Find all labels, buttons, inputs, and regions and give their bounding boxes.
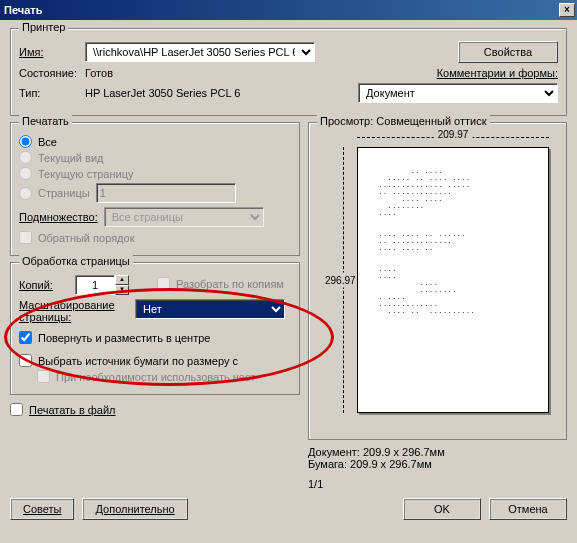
custom-paper-label: При необходимости использовать нест xyxy=(56,371,256,383)
printer-group-label: Принтер xyxy=(19,21,68,33)
type-value: HP LaserJet 3050 Series PCL 6 xyxy=(85,87,240,99)
cancel-button[interactable]: Отмена xyxy=(489,498,567,520)
printer-name-select[interactable]: \\richkova\HP LaserJet 3050 Series PCL 6 xyxy=(85,42,315,62)
range-view-radio xyxy=(19,151,32,164)
preview-paper-size: Бумага: 209.9 x 296.7мм xyxy=(308,458,567,470)
spin-down-icon[interactable]: ▼ xyxy=(115,285,129,295)
range-pages-input xyxy=(96,183,236,203)
page-handling-group: Обработка страницы Копий: ▲▼ Разобрать п… xyxy=(10,262,300,395)
copies-label: Копий: xyxy=(19,279,69,291)
range-page-radio xyxy=(19,167,32,180)
status-label: Состояние: xyxy=(19,67,79,79)
print-to-file-label: Печатать в файл xyxy=(29,404,116,416)
custom-paper-check xyxy=(37,370,50,383)
preview-group: Просмотр: Совмещенный оттиск 209.97 296.… xyxy=(308,122,567,440)
paper-source-check[interactable] xyxy=(19,354,32,367)
preview-width-value: 209.97 xyxy=(434,129,473,140)
comments-label: Комментарии и формы: xyxy=(437,67,558,79)
window-title: Печать xyxy=(4,4,42,16)
preview-width-ruler: 209.97 xyxy=(357,131,549,143)
range-pages-label: Страницы xyxy=(38,187,90,199)
comments-select[interactable]: Документ xyxy=(358,83,558,103)
reverse-check xyxy=(19,231,32,244)
printer-name-label: Имя: xyxy=(19,46,79,58)
collate-label: Разобрать по копиям xyxy=(176,278,284,290)
rotate-label: Повернуть и разместить в центре xyxy=(38,332,210,344)
advanced-button[interactable]: Дополнительно xyxy=(82,498,187,520)
printer-group: Принтер Имя: \\richkova\HP LaserJet 3050… xyxy=(10,28,567,116)
reverse-label: Обратный порядок xyxy=(38,232,134,244)
scaling-label: Масштабирование страницы: xyxy=(19,299,129,323)
rotate-check[interactable] xyxy=(19,331,32,344)
ok-button[interactable]: OK xyxy=(403,498,481,520)
paper-source-label: Выбрать источник бумаги по размеру с xyxy=(38,355,238,367)
copies-spinner[interactable]: ▲▼ xyxy=(75,275,129,295)
preview-group-label: Просмотр: Совмещенный оттиск xyxy=(317,115,490,127)
preview-height-ruler: 296.97 xyxy=(335,147,351,413)
close-button[interactable]: × xyxy=(559,3,575,17)
preview-content: .. .... ..... .. .... .... .............… xyxy=(358,148,548,326)
properties-button[interactable]: Свойства xyxy=(458,41,558,63)
handling-group-label: Обработка страницы xyxy=(19,255,133,267)
status-value: Готов xyxy=(85,67,113,79)
preview-height-value: 296.97 xyxy=(325,273,356,288)
print-range-group: Печатать Все Текущий вид Текущую страниц… xyxy=(10,122,300,256)
tips-button[interactable]: Советы xyxy=(10,498,74,520)
subset-label: Подмножество: xyxy=(19,211,98,223)
range-group-label: Печатать xyxy=(19,115,72,127)
preview-page: .. .... ..... .. .... .... .............… xyxy=(357,147,549,413)
range-view-label: Текущий вид xyxy=(38,152,103,164)
preview-page-count: 1/1 xyxy=(308,478,567,490)
print-to-file-check[interactable] xyxy=(10,403,23,416)
range-all-radio[interactable] xyxy=(19,135,32,148)
type-label: Тип: xyxy=(19,87,79,99)
subset-select: Все страницы xyxy=(104,207,264,227)
range-pages-radio xyxy=(19,187,32,200)
scaling-select[interactable]: Нет xyxy=(135,299,285,319)
copies-input[interactable] xyxy=(75,275,115,295)
title-bar: Печать × xyxy=(0,0,577,20)
range-all-label: Все xyxy=(38,136,57,148)
collate-check xyxy=(157,277,170,290)
range-page-label: Текущую страницу xyxy=(38,168,133,180)
preview-doc-size: Документ: 209.9 x 296.7мм xyxy=(308,446,567,458)
spin-up-icon[interactable]: ▲ xyxy=(115,275,129,285)
